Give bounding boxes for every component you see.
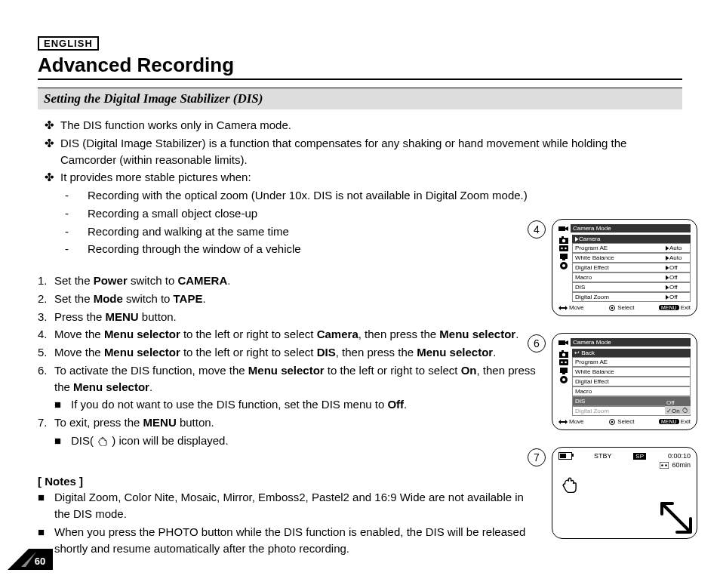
svg-point-29 xyxy=(662,464,664,466)
figure-number-7: 7 xyxy=(528,448,546,466)
step-text: To exit, press the MENU button. xyxy=(54,414,541,431)
dash-icon: - xyxy=(60,223,88,240)
screen-title: Camera Mode xyxy=(571,338,691,346)
note-text: When you press the PHOTO button while th… xyxy=(54,524,541,557)
intro-bullet: DIS (Digital Image Stabilizer) is a func… xyxy=(60,135,682,168)
svg-point-6 xyxy=(565,248,567,250)
menu-item: Macro xyxy=(575,387,688,396)
figure-number-4: 4 xyxy=(528,220,546,239)
note-text: Digital Zoom, Color Nite, Mosaic, Mirror… xyxy=(54,489,541,522)
figures-area: 4 Camera Mode ▶Camera Program AE▶Aut xyxy=(528,219,697,539)
svg-point-5 xyxy=(561,248,563,250)
svg-point-27 xyxy=(611,420,614,423)
menu-item: Program AE xyxy=(575,358,688,366)
option-on: On xyxy=(672,408,680,414)
camcorder-icon xyxy=(558,225,569,232)
move-icon xyxy=(558,419,568,425)
select-icon xyxy=(608,419,616,425)
svg-point-30 xyxy=(666,464,668,466)
bullet-icon: ✤ xyxy=(38,117,60,134)
screen-fig4: Camera Mode ▶Camera Program AE▶Auto Whit… xyxy=(552,219,697,316)
screen-title: Camera Mode xyxy=(571,224,691,232)
intro-bullet: It provides more stable pictures when: xyxy=(60,169,682,186)
step-text: Move the Menu selector to the left or ri… xyxy=(54,344,541,361)
tape-tab-icon xyxy=(559,359,568,366)
status-stby: STBY xyxy=(594,452,612,460)
section-heading: Setting the Digital Image Stabilizer (DI… xyxy=(38,88,682,109)
menu-item: White Balance xyxy=(575,254,665,262)
svg-rect-22 xyxy=(562,373,565,374)
svg-point-3 xyxy=(562,239,565,242)
tape-tab-icon xyxy=(559,245,568,252)
menu-item: Digital Effect xyxy=(575,377,688,386)
svg-point-24 xyxy=(562,378,565,381)
tape-icon xyxy=(660,462,669,469)
svg-point-10 xyxy=(562,264,565,267)
dis-hand-icon xyxy=(97,434,109,451)
step-note: If you do not want to use the DIS functi… xyxy=(71,396,543,413)
svg-rect-28 xyxy=(660,462,669,469)
svg-rect-0 xyxy=(558,226,565,231)
svg-point-20 xyxy=(565,362,567,364)
svg-point-19 xyxy=(561,362,563,364)
step-number: 6. xyxy=(38,362,54,396)
intro-bullet: The DIS function works only in Camera mo… xyxy=(60,117,682,134)
square-bullet-icon: ■ xyxy=(38,489,54,522)
menu-item: Digital Effect xyxy=(575,263,665,272)
menu-pill: MENU xyxy=(659,419,679,424)
menu-item: Macro xyxy=(575,273,665,282)
screen-fig6: Camera Mode ↩ Back Program AE White Bala… xyxy=(552,333,697,430)
page-title: Advanced Recording xyxy=(38,54,682,80)
dis-hand-icon xyxy=(560,475,691,494)
settings-tab-icon xyxy=(559,375,568,384)
menu-item: Digital Zoom xyxy=(575,293,665,301)
language-label: ENGLISH xyxy=(38,36,99,51)
bullet-icon: ✤ xyxy=(38,169,60,186)
square-bullet-icon: ■ xyxy=(54,396,71,413)
sidebar-icons xyxy=(558,236,569,270)
status-sp: SP xyxy=(633,453,646,460)
step-number: 7. xyxy=(38,414,54,431)
svg-rect-4 xyxy=(559,245,568,251)
dash-icon: - xyxy=(60,205,88,222)
back-arrow-icon: ↩ xyxy=(574,349,580,357)
menu-item: Program AE xyxy=(575,244,665,252)
dash-icon: - xyxy=(60,241,88,257)
step-text: Set the Power switch to CAMERA. xyxy=(54,272,541,289)
svg-rect-7 xyxy=(560,254,568,259)
svg-point-13 xyxy=(611,306,614,309)
menu-camera: Camera xyxy=(579,235,688,243)
svg-rect-14 xyxy=(558,340,565,345)
bullet-icon: ✤ xyxy=(38,135,60,168)
menu-pill: MENU xyxy=(659,305,679,310)
screen-fig7: STBY SP 0:00:10 60min xyxy=(552,447,697,539)
sidebar-icons xyxy=(558,350,569,384)
page-number-flag: 60 xyxy=(8,549,53,570)
menu-back: Back xyxy=(581,349,688,357)
option-off: Off xyxy=(666,399,675,406)
check-icon: ✓ xyxy=(666,408,672,414)
svg-rect-2 xyxy=(562,236,564,238)
step-text: Move the Menu selector to the left or ri… xyxy=(54,326,541,343)
step-text: To activate the DIS function, move the M… xyxy=(54,362,541,396)
svg-rect-21 xyxy=(560,368,568,373)
camcorder-icon xyxy=(558,339,569,346)
nav-bar: Move Select MENUExit xyxy=(558,304,691,311)
step-number: 5. xyxy=(38,344,54,361)
status-time: 0:00:10 xyxy=(668,452,691,460)
svg-rect-8 xyxy=(562,259,565,260)
settings-tab-icon xyxy=(559,261,568,270)
step-number: 4. xyxy=(38,326,54,343)
svg-point-17 xyxy=(562,353,565,356)
display-tab-icon xyxy=(559,367,568,374)
intro-sub: Recording with the optical zoom (Under 1… xyxy=(88,187,682,204)
svg-rect-11 xyxy=(561,307,565,309)
camera-tab-icon xyxy=(559,350,568,358)
move-icon xyxy=(558,305,568,311)
menu-item: DIS xyxy=(575,283,665,291)
figure-number-6: 6 xyxy=(528,334,546,352)
dis-options: Off ✓On xyxy=(665,399,691,414)
battery-icon xyxy=(558,452,572,460)
svg-rect-16 xyxy=(562,350,564,352)
step-text: Set the Mode switch to TAPE. xyxy=(54,291,541,307)
